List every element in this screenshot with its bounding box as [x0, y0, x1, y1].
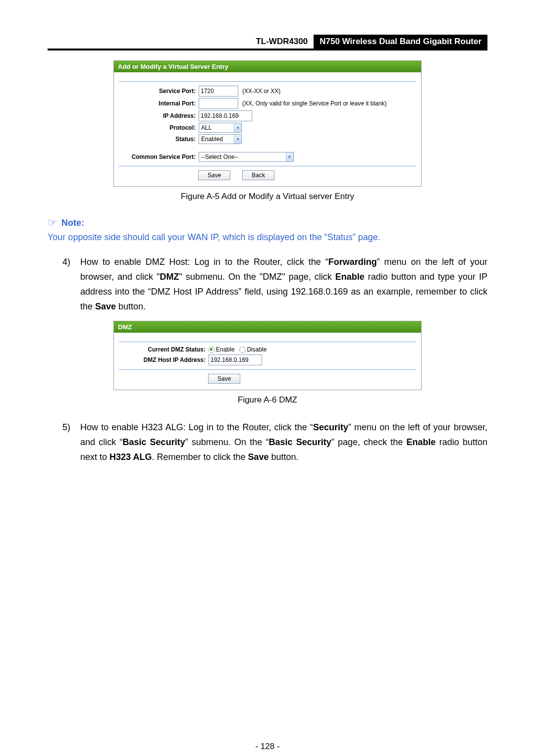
dmz-host-ip-input[interactable]	[209, 354, 262, 365]
virtual-server-entry-panel: Add or Modify a Virtual Server Entry Ser…	[113, 60, 422, 187]
dmz-host-ip-label: DMZ Host IP Address:	[119, 356, 209, 363]
disable-radio[interactable]	[239, 347, 246, 353]
service-port-hint: (XX-XX or XX)	[242, 88, 280, 95]
protocol-select[interactable]: ALL ▾	[199, 123, 242, 133]
list-item-5: 5) How to enable H323 ALG: Log in to the…	[62, 420, 487, 464]
figure-a6-caption: Figure A-6 DMZ	[48, 395, 487, 405]
doc-header: TL-WDR4300 N750 Wireless Dual Band Gigab…	[48, 35, 487, 50]
pointing-hand-icon: ☞	[48, 216, 57, 229]
enable-radio[interactable]	[209, 347, 215, 353]
product-title: N750 Wireless Dual Band Gigabit Router	[314, 35, 487, 49]
internal-port-input[interactable]	[199, 98, 238, 109]
ip-address-label: IP Address:	[119, 112, 199, 119]
status-label: Status:	[119, 136, 199, 143]
service-port-input[interactable]	[199, 86, 238, 97]
note-text: Your opposite side should call your WAN …	[48, 232, 487, 243]
save-button[interactable]: Save	[208, 374, 240, 384]
dmz-status-label: Current DMZ Status:	[119, 346, 209, 353]
divider	[119, 166, 416, 166]
protocol-label: Protocol:	[119, 124, 199, 131]
common-service-port-label: Common Service Port:	[119, 153, 199, 160]
list-item-4: 4) How to enable DMZ Host: Log in to the…	[62, 254, 487, 314]
internal-port-label: Internal Port:	[119, 100, 199, 107]
service-port-label: Service Port:	[119, 88, 199, 95]
ip-address-input[interactable]	[199, 110, 252, 121]
back-button[interactable]: Back	[242, 170, 274, 180]
divider	[119, 342, 416, 342]
list-number: 4)	[62, 254, 80, 314]
chevron-down-icon: ▾	[234, 135, 241, 144]
status-select[interactable]: Enabled ▾	[199, 134, 242, 144]
dmz-panel: DMZ Current DMZ Status: Enable Disable D…	[113, 321, 422, 390]
divider	[119, 369, 416, 370]
panel-title: DMZ	[114, 321, 421, 333]
divider	[119, 81, 416, 82]
note-label: Note:	[61, 218, 84, 228]
disable-radio-label: Disable	[247, 346, 267, 353]
list-number: 5)	[62, 420, 80, 464]
internal-port-hint: (XX, Only valid for single Service Port …	[242, 100, 386, 107]
chevron-down-icon: ▾	[234, 123, 241, 132]
page-number: - 128 -	[48, 742, 487, 752]
model-number: TL-WDR4300	[250, 35, 314, 49]
save-button[interactable]: Save	[198, 170, 230, 180]
panel-title: Add or Modify a Virtual Server Entry	[114, 61, 421, 72]
figure-a5-caption: Figure A-5 Add or Modify a Virtual serve…	[48, 192, 487, 202]
common-service-port-select[interactable]: --Select One-- ▾	[199, 152, 294, 162]
enable-radio-label: Enable	[216, 346, 234, 353]
chevron-down-icon: ▾	[286, 152, 293, 161]
